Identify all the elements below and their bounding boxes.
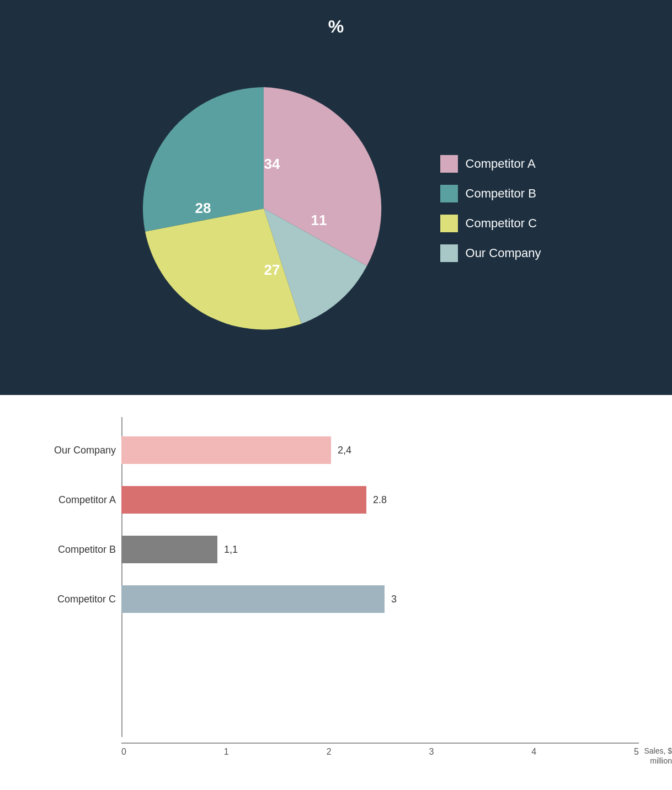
x-tick-4: 4 [531, 747, 536, 757]
pie-chart: 34 11 27 28 [131, 76, 396, 341]
legend-color-our-company [440, 244, 458, 262]
pie-section: % 34 11 27 [0, 0, 672, 395]
bar-label-our-company: Our Company [33, 445, 116, 456]
x-tick-5: 5 [634, 747, 639, 757]
pie-legend: Competitor A Competitor B Competitor C O… [440, 155, 541, 262]
pie-label-comp-c: 27 [264, 261, 280, 278]
pie-label-our-company: 11 [311, 212, 327, 228]
bar-section: Our Company 2,4 Competitor A 2.8 [0, 395, 672, 790]
x-ticks: 0 1 2 3 4 5 Sales, $million [121, 744, 639, 757]
pie-chart-title: % [328, 17, 344, 37]
pie-svg: 34 11 27 28 [131, 76, 396, 341]
x-axis-wrap: 0 1 2 3 4 5 Sales, $million [33, 743, 639, 757]
legend-color-competitor-c [440, 215, 458, 232]
bar-value-competitor-c: 3 [391, 594, 397, 605]
x-tick-0: 0 [121, 747, 126, 757]
bar-value-our-company: 2,4 [338, 445, 351, 456]
bar-fill-competitor-c [121, 585, 385, 613]
legend-item-competitor-b: Competitor B [440, 185, 541, 202]
legend-item-our-company: Our Company [440, 244, 541, 262]
pie-label-comp-a: 34 [264, 156, 280, 172]
x-axis-label: Sales, $million [644, 746, 672, 766]
bar-label-competitor-a: Competitor A [33, 494, 116, 506]
legend-label-competitor-b: Competitor B [466, 186, 536, 201]
legend-item-competitor-a: Competitor A [440, 155, 541, 173]
bar-fill-our-company [121, 436, 331, 464]
bar-fill-competitor-a [121, 486, 366, 514]
bar-row-our-company: Our Company 2,4 [121, 434, 639, 467]
pie-container: 34 11 27 28 Competitor A Competitor B Co… [131, 76, 541, 341]
x-tick-3: 3 [429, 747, 434, 757]
bar-track-our-company: 2,4 [121, 436, 351, 464]
bar-label-competitor-b: Competitor B [33, 544, 116, 556]
bar-label-competitor-c: Competitor C [33, 594, 116, 605]
bar-fill-competitor-b [121, 536, 217, 563]
bar-value-competitor-b: 1,1 [224, 544, 238, 556]
legend-label-competitor-a: Competitor A [466, 157, 536, 171]
bar-chart-wrap: Our Company 2,4 Competitor A 2.8 [33, 417, 639, 757]
bar-value-competitor-a: 2.8 [373, 494, 387, 506]
pie-label-comp-b: 28 [195, 200, 211, 216]
bar-row-competitor-c: Competitor C 3 [121, 583, 639, 616]
legend-color-competitor-b [440, 185, 458, 202]
legend-item-competitor-c: Competitor C [440, 215, 541, 232]
legend-label-competitor-c: Competitor C [466, 216, 537, 231]
legend-label-our-company: Our Company [466, 246, 541, 260]
bar-rows: Our Company 2,4 Competitor A 2.8 [33, 417, 639, 616]
x-tick-2: 2 [327, 747, 332, 757]
x-tick-1: 1 [224, 747, 229, 757]
bar-row-competitor-a: Competitor A 2.8 [121, 483, 639, 516]
legend-color-competitor-a [440, 155, 458, 173]
bar-track-competitor-c: 3 [121, 585, 397, 613]
bar-track-competitor-b: 1,1 [121, 536, 238, 563]
bar-track-competitor-a: 2.8 [121, 486, 387, 514]
bar-row-competitor-b: Competitor B 1,1 [121, 533, 639, 566]
